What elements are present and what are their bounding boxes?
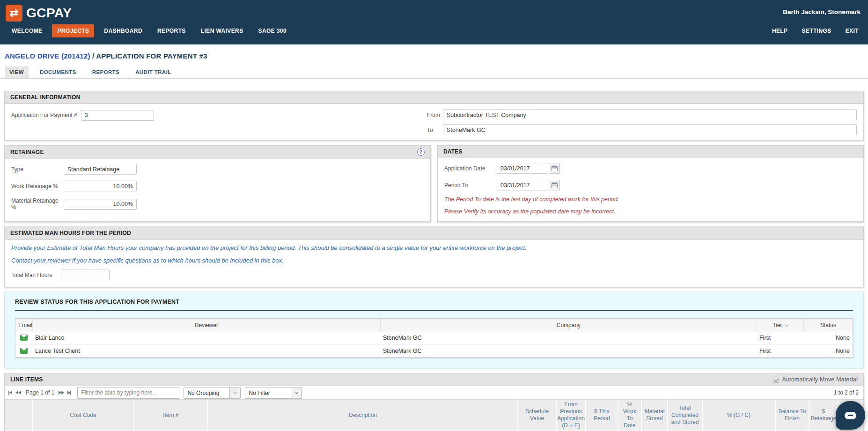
nav-item-exit[interactable]: EXIT <box>844 24 861 37</box>
material-retainage-field[interactable] <box>64 199 137 210</box>
pager: Page 1 of 1 <box>8 389 74 396</box>
col-tier[interactable]: Tier <box>757 319 803 331</box>
page-title: APPLICATION FOR PAYMENT #3 <box>96 52 207 60</box>
chevron-down-icon <box>294 390 298 394</box>
grouping-select[interactable]: No Grouping <box>184 387 241 399</box>
envelope-icon[interactable] <box>20 335 28 341</box>
review-status-table: Email Reviewer Company Tier Status Blair… <box>15 318 853 358</box>
line-items-toolbar: Page 1 of 1 No Grouping No Filter 1 to 2… <box>5 386 863 400</box>
nav-item-sage-300[interactable]: SAGE 300 <box>253 24 292 37</box>
total-man-hours-field[interactable] <box>61 270 110 280</box>
col-tier-label: Tier <box>772 322 782 329</box>
accessibility-widget-button[interactable] <box>0 421 8 431</box>
pager-prev-button[interactable] <box>15 391 21 394</box>
pager-next-button[interactable] <box>59 391 64 394</box>
nav-item-dashboard[interactable]: DASHBOARD <box>99 24 147 37</box>
period-to-label: Period To <box>444 182 497 189</box>
main-nav: WELCOME PROJECTS DASHBOARD REPORTS LIEN … <box>0 24 868 37</box>
pager-last-button[interactable] <box>67 391 71 395</box>
application-date-calendar-button[interactable] <box>549 163 560 174</box>
reviewer-name: Lance Test Client <box>32 344 380 357</box>
breadcrumb-project-link[interactable]: ANGELO DRIVE (201412) <box>5 52 90 60</box>
pager-first-button[interactable] <box>8 391 12 395</box>
sort-chevron-icon <box>784 322 788 326</box>
calendar-icon <box>552 183 558 188</box>
to-field[interactable] <box>443 124 857 135</box>
retainage-type-field[interactable] <box>64 164 137 175</box>
chat-bubble-icon <box>845 412 856 419</box>
period-warning-line1: The Period To date is the last day of co… <box>444 196 857 203</box>
retainage-type-label: Type <box>11 166 64 173</box>
nav-right: HELP SETTINGS EXIT <box>760 24 861 37</box>
app-number-label: Application For Payment # <box>11 112 77 118</box>
work-retainage-field[interactable] <box>64 181 137 191</box>
from-field[interactable] <box>443 110 857 120</box>
nav-item-settings[interactable]: SETTINGS <box>800 24 833 37</box>
col-row-icon <box>5 400 33 431</box>
man-hours-header: ESTIMATED MAN HOURS FOR THE PERIOD <box>5 227 863 240</box>
filter-select[interactable]: No Filter <box>245 387 302 399</box>
col-reviewer: Reviewer <box>32 319 380 331</box>
col-company: Company <box>380 319 757 331</box>
general-information-panel: GENERAL INFORMATION Application For Paym… <box>4 91 864 140</box>
pager-page-text: Page 1 of 1 <box>26 389 54 396</box>
line-items-table-header: Cost Code Item # Description Schedule Va… <box>5 400 863 431</box>
line-items-header: LINE ITEMS Automatically Move Material <box>5 373 863 386</box>
chevron-down-icon <box>233 390 237 394</box>
exchange-arrows-icon: ⇄ <box>10 7 18 19</box>
tab-documents[interactable]: DOCUMENTS <box>35 66 81 78</box>
col-material-stored: Material Stored <box>642 400 668 431</box>
tab-audit-trail[interactable]: AUDIT TRAIL <box>131 66 176 78</box>
application-date-label: Application Date <box>444 165 497 172</box>
gcpay-logo[interactable]: ⇄ <box>6 5 22 22</box>
brand-row: ⇄ GCPAY Barth Jacksin, Stonemark <box>0 0 868 22</box>
review-status-divider <box>15 310 853 311</box>
help-question-icon[interactable] <box>417 148 425 156</box>
reviewer-status: None <box>803 331 853 344</box>
period-warning-line2: Please Verify its accuracy as the popula… <box>444 208 857 215</box>
app-number-field[interactable] <box>81 110 154 121</box>
work-retainage-label: Work Retainage % <box>11 183 64 190</box>
tab-view[interactable]: VIEW <box>5 66 29 78</box>
col-cost-code: Cost Code <box>33 400 134 431</box>
nav-item-projects[interactable]: PROJECTS <box>52 24 94 37</box>
breadcrumb-separator: / <box>90 52 96 60</box>
user-name: Barth Jacksin, Stonemark <box>783 8 861 15</box>
reviewer-tier: First <box>757 331 803 344</box>
calendar-icon <box>552 166 558 171</box>
col-from-previous: From Previous Application (D + E) <box>557 400 586 431</box>
logo-text: GCPAY <box>26 6 72 21</box>
line-items-title: LINE ITEMS <box>10 376 43 383</box>
breadcrumb: ANGELO DRIVE (201412) / APPLICATION FOR … <box>0 44 868 60</box>
tab-reports[interactable]: REPORTS <box>88 66 124 78</box>
review-row-2: Lance Test Client StoneMark GC First Non… <box>15 344 853 357</box>
col-item-number: Item # <box>134 400 208 431</box>
chat-bubble-button[interactable] <box>836 401 865 430</box>
retainage-title: RETAINAGE <box>10 149 44 155</box>
tab-bar: VIEW DOCUMENTS REPORTS AUDIT TRAIL <box>0 60 868 79</box>
man-hours-instruction-1: Provide your Estimate of Total Man Hours… <box>11 244 857 251</box>
man-hours-panel: ESTIMATED MAN HOURS FOR THE PERIOD Provi… <box>4 226 864 287</box>
man-hours-instruction-2: Contact your reviewer if you have specif… <box>11 257 857 264</box>
reviewer-tier: First <box>757 344 803 357</box>
man-hours-title: ESTIMATED MAN HOURS FOR THE PERIOD <box>10 230 131 236</box>
nav-item-welcome[interactable]: WELCOME <box>7 24 47 37</box>
period-to-field[interactable] <box>497 180 547 190</box>
dates-panel: DATES Application Date Period To <box>437 145 864 222</box>
nav-item-help[interactable]: HELP <box>770 24 790 37</box>
auto-move-material-checkbox[interactable] <box>773 377 779 383</box>
general-information-header: GENERAL INFORMATION <box>5 91 863 104</box>
col-retainage-amount: $ Retainage <box>809 400 839 431</box>
period-to-calendar-button[interactable] <box>549 180 560 190</box>
col-schedule-value: Schedule Value <box>518 400 557 431</box>
col-pct-g-c: % (G / C) <box>703 400 776 431</box>
nav-item-lien-waivers[interactable]: LIEN WAIVERS <box>196 24 249 37</box>
auto-move-material-label: Automatically Move Material <box>782 376 858 383</box>
line-items-panel: LINE ITEMS Automatically Move Material P… <box>4 373 864 431</box>
filter-input[interactable] <box>77 387 179 399</box>
nav-item-reports[interactable]: REPORTS <box>152 24 191 37</box>
envelope-icon[interactable] <box>20 348 28 354</box>
filter-select-value: No Filter <box>245 387 291 398</box>
col-email: Email <box>15 319 32 331</box>
application-date-field[interactable] <box>497 163 547 174</box>
